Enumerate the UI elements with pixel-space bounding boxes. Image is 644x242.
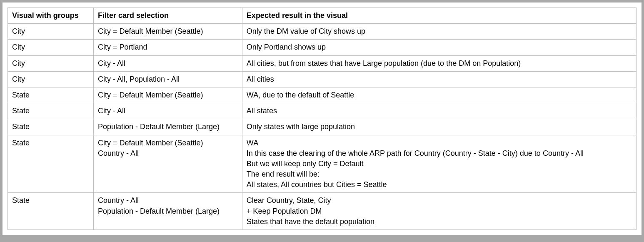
table-row: State Population - Default Member (Large… [8,119,637,135]
table-row: City City = Portland Only Portland shows… [8,40,637,55]
data-table: Visual with groups Filter card selection… [7,7,637,230]
cell-result: All states [242,103,636,119]
cell-filter: City = Default Member (Seattle) Country … [93,135,242,193]
header-result: Expected result in the visual [242,8,636,24]
table-row: City City - All All cities, but from sta… [8,55,637,71]
cell-visual: City [8,40,94,55]
cell-visual: State [8,87,94,103]
table-row: State City = Default Member (Seattle) WA… [8,87,637,103]
table-row: State Country - All Population - Default… [8,193,637,230]
table-row: State City - All All states [8,103,637,119]
cell-visual: State [8,103,94,119]
header-filter: Filter card selection [93,8,242,24]
cell-visual: City [8,24,94,40]
cell-filter: City = Default Member (Seattle) [93,87,242,103]
cell-visual: State [8,135,94,193]
cell-filter: Population - Default Member (Large) [93,119,242,135]
cell-filter: City - All [93,103,242,119]
cell-visual: State [8,193,94,230]
cell-visual: City [8,71,94,87]
table-header-row: Visual with groups Filter card selection… [8,8,637,24]
table-row: City City - All, Population - All All ci… [8,71,637,87]
cell-visual: City [8,55,94,71]
document-frame: Visual with groups Filter card selection… [2,2,642,235]
cell-result: Only states with large population [242,119,636,135]
table-row: City City = Default Member (Seattle) Onl… [8,24,637,40]
cell-result: Clear Country, State, City + Keep Popula… [242,193,636,230]
cell-filter: City - All, Population - All [93,71,242,87]
table-row: State City = Default Member (Seattle) Co… [8,135,637,193]
cell-filter: City = Portland [93,40,242,55]
cell-filter: City - All [93,55,242,71]
cell-result: All cities [242,71,636,87]
cell-result: All cities, but from states that have La… [242,55,636,71]
cell-visual: State [8,119,94,135]
cell-filter: City = Default Member (Seattle) [93,24,242,40]
header-visual: Visual with groups [8,8,94,24]
cell-result: Only the DM value of City shows up [242,24,636,40]
cell-filter: Country - All Population - Default Membe… [93,193,242,230]
cell-result: WA, due to the default of Seattle [242,87,636,103]
cell-result: Only Portland shows up [242,40,636,55]
cell-result: WA In this case the clearing of the whol… [242,135,636,193]
